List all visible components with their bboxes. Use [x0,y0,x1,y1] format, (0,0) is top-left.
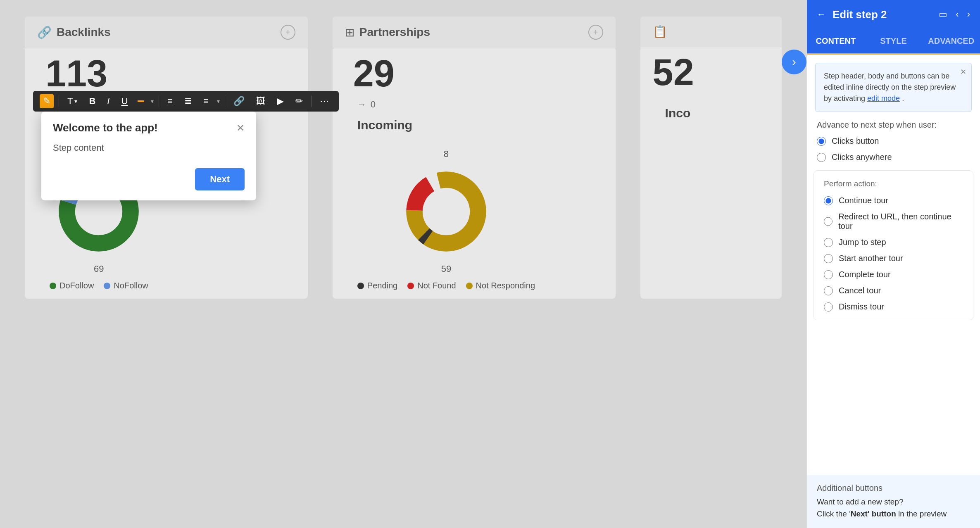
next-step-button[interactable]: › [967,9,970,20]
perform-radio-2[interactable] [824,238,833,247]
panel-header: ← Edit step 2 ▭ ‹ › [807,0,980,29]
bullet-list-button[interactable]: ≡ [164,94,176,108]
tab-content[interactable]: CONTENT [807,29,865,55]
advance-option-1[interactable]: Clicks anywhere [817,152,970,162]
text-style-arrow: ▾ [74,98,77,105]
perform-label-5: Cancel tour [839,286,881,295]
perform-section: Perform action: Continue tour Redirect t… [813,171,973,320]
back-button[interactable]: ← [817,9,826,20]
tab-advanced[interactable]: ADVANCED [922,29,980,55]
edit-mode-button[interactable]: ✎ [40,94,54,108]
advance-radio-0[interactable] [817,137,826,146]
legend-notresponding: Not Responding [466,281,535,290]
text-style-button[interactable]: T ▾ [64,94,81,108]
partnerships-stat: → 0 [333,99,616,110]
partnerships-count: 29 [333,48,616,99]
nofollow-label: NoFollow [114,281,148,290]
perform-option-4[interactable]: Complete tour [824,270,963,279]
partnerships-add-button[interactable]: + [588,25,603,40]
tab-style[interactable]: STYLE [865,29,923,55]
next-button[interactable]: Next [195,168,245,190]
image-icon: 🖼 [256,96,265,107]
expand-button[interactable]: ▭ [939,9,947,20]
prev-step-button[interactable]: ‹ [956,9,959,20]
pending-dot [357,283,364,289]
partnerships-stat-value: 0 [371,99,376,110]
draw-button[interactable]: ✏ [292,94,306,108]
advance-label-0: Clicks button [832,136,879,146]
underline-button[interactable]: U [118,94,131,108]
step-popup-footer: Next [41,162,256,200]
toolbar-separator-3 [225,95,225,107]
backlinks-card-header: 🔗 Backlinks + [25,17,308,48]
advance-section: Advance to next step when user: Clicks b… [807,112,980,170]
legend-notfound: Not Found [407,281,456,290]
more-button[interactable]: ⋯ [316,94,332,108]
arrow-icon-2: → [357,99,366,110]
toolbar-separator-1 [59,95,59,107]
dofollow-dot [50,283,56,289]
partnerships-donut-chart [401,166,492,257]
perform-option-5[interactable]: Cancel tour [824,286,963,295]
perform-radio-0[interactable] [824,196,833,205]
perform-radio-5[interactable] [824,286,833,295]
info-box-close-button[interactable]: ✕ [960,67,966,76]
underline-arrow: ▾ [151,98,154,105]
right-panel: ← Edit step 2 ▭ ‹ › CONTENT STYLE ADVANC… [806,0,980,528]
image-button[interactable]: 🖼 [253,94,269,108]
advance-option-0[interactable]: Clicks button [817,136,970,146]
partnerships-card: ⊞ Partnerships + 29 → 0 Incoming 8 [333,17,616,299]
additional-hint-2-rest: in the preview [896,509,947,518]
step-popup-close-button[interactable]: ✕ [236,122,245,134]
perform-option-6[interactable]: Dismiss tour [824,302,963,312]
video-button[interactable]: ▶ [274,94,287,108]
italic-button[interactable]: I [104,94,113,108]
advance-radio-group: Clicks button Clicks anywhere [817,136,970,162]
step-popup-title: Welcome to the app! [53,121,158,134]
partnerships-card-header: ⊞ Partnerships + [333,17,616,48]
partnerships-chart-bottom-label: 59 [441,264,451,274]
align-icon: ≡ [203,96,209,107]
perform-radio-4[interactable] [824,270,833,279]
info-box-text2: . [902,94,904,102]
link-button[interactable]: 🔗 [230,94,248,108]
advance-radio-1[interactable] [817,153,826,162]
perform-option-1[interactable]: Redirect to URL, then continue tour [824,212,963,231]
step-popup-body: Step content [41,141,256,162]
backlinks-chart-bottom-label: 69 [94,264,104,274]
partnerships-icon: ⊞ [345,26,354,39]
bold-label: B [89,96,95,107]
ordered-list-icon: ≣ [184,96,192,107]
perform-radio-3[interactable] [824,254,833,263]
align-button[interactable]: ≡ [200,94,212,108]
backlinks-add-button[interactable]: + [281,25,295,40]
chevron-right-button[interactable]: › [782,50,806,74]
additional-hint-2-bold: Next' button [851,509,896,518]
legend-pending: Pending [357,281,397,290]
nofollow-dot [104,283,110,289]
draw-icon: ✏ [295,96,303,107]
perform-label-6: Dismiss tour [839,302,884,312]
ordered-list-button[interactable]: ≣ [181,94,195,108]
toolbar-separator-4 [311,95,312,107]
perform-label-1: Redirect to URL, then continue tour [838,212,963,231]
more-icon: ⋯ [320,96,329,107]
video-icon: ▶ [277,96,284,107]
perform-label: Perform action: [824,179,963,188]
bold-button[interactable]: B [86,94,99,108]
panel-header-icons: ▭ ‹ › [939,9,970,20]
underline-color-indicator [138,100,144,102]
bullet-list-icon: ≡ [167,96,173,107]
perform-radio-6[interactable] [824,302,833,312]
edit-mode-link[interactable]: edit mode [867,94,900,102]
perform-option-3[interactable]: Start another tour [824,254,963,263]
edit-icon: ✎ [43,96,50,107]
perform-option-0[interactable]: Continue tour [824,196,963,205]
panel-title: Edit step 2 [833,8,887,21]
additional-buttons-section: Additional buttons Want to add a new ste… [807,475,980,528]
partnerships-chart-top-label: 8 [444,149,449,159]
perform-label-2: Jump to step [839,238,886,247]
perform-radio-1[interactable] [824,217,833,226]
perform-option-2[interactable]: Jump to step [824,238,963,247]
backlinks-legend: DoFollow NoFollow [50,281,148,290]
